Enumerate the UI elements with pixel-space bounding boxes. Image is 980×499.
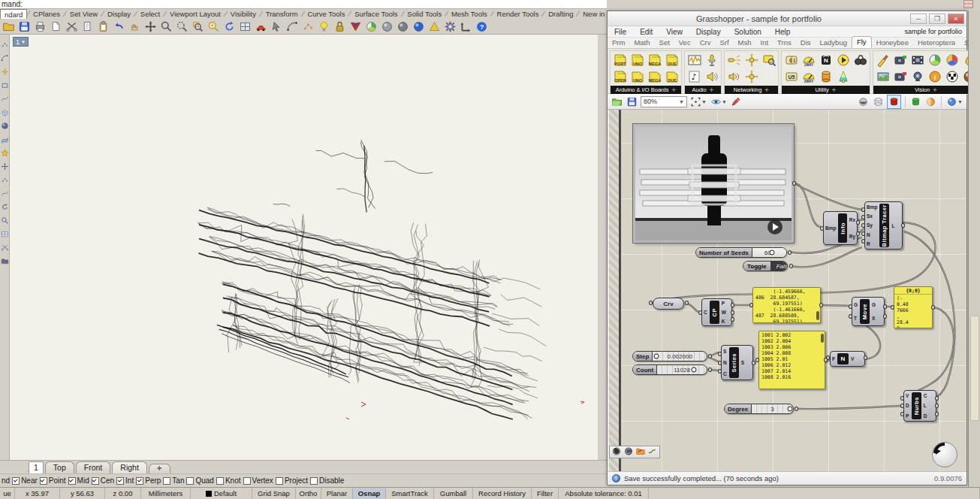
binary-switch-icon[interactable]: 01 [782,52,800,68]
slider-knob[interactable] [788,407,793,412]
input-port-bmp[interactable]: Bmp [867,204,877,210]
gears-icon[interactable] [442,20,458,34]
twoway-icon[interactable]: 2WAY [800,68,817,85]
zoom-target-icon[interactable] [206,20,222,34]
orange-ball-button[interactable] [924,95,937,108]
osnap-int[interactable]: Int [116,476,134,485]
port-nub[interactable] [891,305,894,310]
video-preview[interactable] [633,124,794,243]
osnap-mid[interactable]: Mid [68,476,89,485]
play-button-icon[interactable] [834,52,852,68]
component-series[interactable]: SNCSeriesS [721,345,753,380]
port-nub[interactable] [718,361,722,365]
checkbox-knot[interactable] [216,477,224,485]
green-cylinder-button[interactable] [909,95,922,108]
status-cell-filter[interactable]: Filter [532,488,559,499]
viewport-title-chip[interactable]: 1 ▼ [13,37,29,47]
save-icon[interactable] [17,20,32,34]
side-toolbar-icon-8[interactable] [1,133,10,142]
input-port-v[interactable]: V [906,393,909,398]
rhino-viewport[interactable] [10,35,598,460]
print-icon[interactable] [32,20,48,34]
slider-track[interactable]: 3 [752,404,793,413]
add-view-tab-button[interactable]: ✛ [149,464,170,473]
output-port-rx[interactable]: Rx [849,217,855,222]
side-toolbar-icon-13[interactable] [1,201,10,210]
gh-tab-msh[interactable]: Msh [734,38,756,48]
open-port-icon[interactable]: OPEN [611,68,629,85]
hexnut-b-icon[interactable] [623,446,634,459]
output-port-l[interactable]: L [924,403,927,408]
rhino-toolbar-tab-ndard[interactable]: ndard [0,9,27,19]
open-folder-icon[interactable] [1,20,17,34]
grasshopper-canvas[interactable]: Number of Seeds 600 Step 0.002000 Count … [621,110,966,471]
side-toolbar-icon-10[interactable] [1,160,10,169]
uno-read-icon[interactable]: UNO [629,52,646,68]
port-nub[interactable] [856,231,860,236]
zoom-selected-icon[interactable] [190,20,206,34]
car-icon[interactable] [253,20,269,34]
view-tab-1[interactable]: 1 [29,461,44,473]
sound-output-icon[interactable] [725,68,743,85]
output-port-c[interactable]: C [924,393,927,398]
expand-group-icon[interactable]: ✛ [710,87,714,93]
port-nub[interactable] [864,355,867,360]
port-nub[interactable] [698,310,702,315]
us-board-icon[interactable]: U5 [782,68,800,85]
viewport-layout-icon[interactable] [237,20,253,34]
observer-icon[interactable] [852,52,869,68]
command-prompt[interactable]: mand: [0,0,607,9]
info-ball-icon[interactable]: i [926,68,943,85]
port-nub[interactable] [861,207,865,212]
oscilloscope-icon[interactable] [686,52,703,68]
checkbox-project[interactable] [276,477,283,485]
output-port-l[interactable]: L [891,223,894,228]
due-write-icon[interactable]: DUE [663,68,680,85]
slider-knob[interactable] [654,354,659,359]
spinner-control[interactable] [963,0,973,8]
rhino-toolbar-tab-viewport-layout[interactable]: Viewport Layout [166,9,225,19]
port-nub[interactable] [849,304,852,309]
port-nub[interactable] [708,367,712,372]
component-tracer[interactable]: BmpSxSyNRBitmap TracerL [864,201,903,250]
side-toolbar-icon-4[interactable] [1,79,10,88]
rendered-sphere-icon[interactable] [395,20,411,34]
camera-add-icon[interactable] [891,52,909,68]
menu-view[interactable]: View [659,28,689,36]
rotate-view-icon[interactable] [222,20,237,34]
curve-param[interactable]: Crv [653,298,684,310]
gh-tab-prm[interactable]: Prm [608,38,629,48]
input-port-n[interactable]: N [723,360,727,365]
camera-capture-icon[interactable] [891,68,909,85]
checkbox-tan[interactable] [163,477,170,485]
status-cell-y-56-63[interactable]: y 56.63 [60,488,105,499]
flag-icon[interactable] [427,20,442,34]
port-nub[interactable] [935,404,939,408]
osnap-disable[interactable]: Disable [310,476,344,485]
port-icon[interactable]: PORT [611,52,629,68]
menu-solution[interactable]: Solution [728,28,768,36]
analysis-icon[interactable] [348,20,363,34]
gh-tab-fly[interactable]: Fly [852,36,872,48]
zoom-level-select[interactable]: 80%▼ [641,96,687,107]
checkbox-vertex[interactable] [243,477,251,485]
copy-clipboard-icon[interactable] [48,20,64,34]
maximize-button[interactable]: ❐ [929,14,945,24]
slider-count[interactable]: Count 11028 [632,364,707,375]
zoom-frame-button[interactable]: ▼ [689,95,707,108]
color-wheel-icon[interactable] [363,20,379,34]
gh-tab-ladybug[interactable]: Ladybug [816,38,852,48]
side-toolbar-icon-16[interactable] [1,241,10,250]
speaker-icon[interactable] [703,68,720,85]
port-nub[interactable] [755,358,759,362]
open-document-button[interactable] [611,95,623,108]
gh-tab-srf[interactable]: Srf [715,38,733,48]
gh-tab-int[interactable]: Int [756,38,773,48]
status-cell-smarttrack[interactable]: SmartTrack [386,488,434,499]
side-toolbar-icon-15[interactable] [1,228,10,237]
slider-seeds[interactable]: Number of Seeds 600 [695,247,787,258]
zoom-dynamic-icon[interactable] [158,20,174,34]
output-port-w[interactable]: W [722,310,726,315]
input-port-c[interactable]: C [704,310,707,315]
port-nub[interactable] [708,354,712,358]
